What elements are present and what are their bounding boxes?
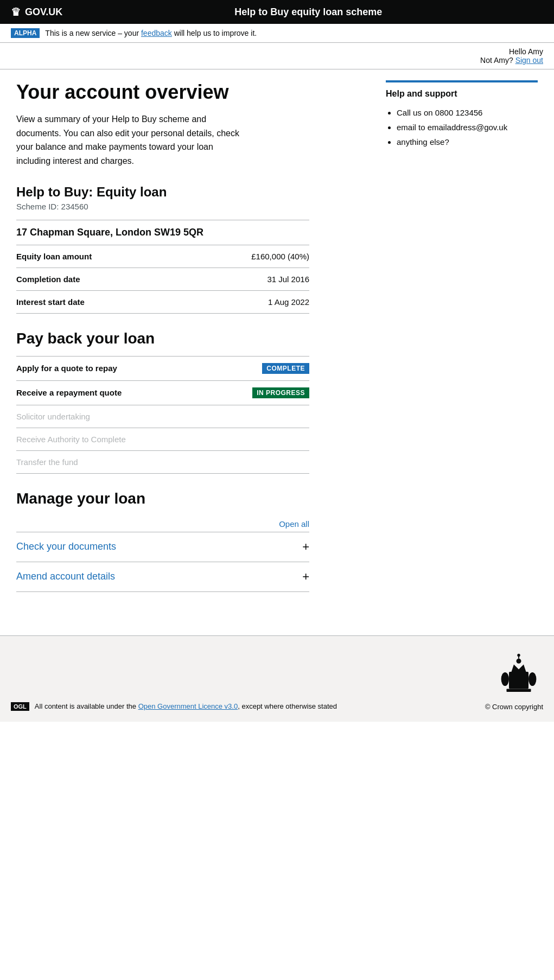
interest-start-label: Interest start date xyxy=(16,297,85,307)
help-support-list: Call us on 0800 123456 email to emailadd… xyxy=(386,105,538,149)
detail-row: Completion date 31 Jul 2016 xyxy=(16,268,309,291)
pay-back-title: Pay back your loan xyxy=(16,330,364,347)
footer-crown: © Crown copyright xyxy=(485,652,543,711)
badge-complete-0: COMPLETE xyxy=(262,363,309,374)
svg-point-3 xyxy=(528,672,536,685)
site-footer: OGL All content is available under the O… xyxy=(0,635,554,722)
equity-loan-value: £160,000 (40%) xyxy=(251,252,309,261)
open-all-link[interactable]: Open all xyxy=(279,519,309,529)
detail-row: Interest start date 1 Aug 2022 xyxy=(16,291,309,314)
badge-inprogress-1: IN PROGRESS xyxy=(252,387,309,398)
task-row: Transfer the fund xyxy=(16,451,309,474)
not-user-text: Not Amy? xyxy=(480,56,513,65)
svg-point-2 xyxy=(501,672,509,685)
manage-loan-section: Manage your loan Open all Check your doc… xyxy=(16,490,364,592)
footer-inner: OGL All content is available under the O… xyxy=(11,652,543,711)
crown-crest-icon xyxy=(494,652,543,701)
scheme-title: Help to Buy: Equity loan xyxy=(16,184,364,200)
accordion-check-documents[interactable]: Check your documents + xyxy=(16,532,309,562)
site-header: ♛ GOV.UK Help to Buy equity loan scheme … xyxy=(0,0,554,69)
svg-point-7 xyxy=(517,653,520,656)
feedback-link[interactable]: feedback xyxy=(141,29,172,37)
task-row: Apply for a quote to repay COMPLETE xyxy=(16,356,309,381)
task-label-0: Apply for a quote to repay xyxy=(16,364,117,373)
ogl-badge: OGL xyxy=(11,702,29,711)
svg-point-5 xyxy=(517,658,521,663)
main-container: Your account overview View a summary of … xyxy=(0,69,554,603)
user-greeting: Hello Amy xyxy=(11,47,543,56)
accordion-expand-icon-1: + xyxy=(302,570,309,584)
accordion-header-0[interactable]: Check your documents + xyxy=(16,532,309,562)
pay-back-section: Pay back your loan Apply for a quote to … xyxy=(16,330,364,474)
open-all-row: Open all xyxy=(16,516,309,532)
accordion-label-1: Amend account details xyxy=(16,571,115,582)
help-item-1: email to emailaddress@gov.uk xyxy=(397,120,538,135)
detail-row: Equity loan amount £160,000 (40%) xyxy=(16,245,309,268)
page-title: Your account overview xyxy=(16,80,364,104)
scheme-id: Scheme ID: 234560 xyxy=(16,202,364,211)
gov-logo: ♛ GOV.UK xyxy=(11,5,62,18)
scheme-section: Help to Buy: Equity loan Scheme ID: 2345… xyxy=(16,184,364,314)
accordion-header-1[interactable]: Amend account details + xyxy=(16,562,309,591)
alpha-text: This is a new service – your feedback wi… xyxy=(45,29,257,37)
accordion-expand-icon-0: + xyxy=(302,540,309,554)
help-sidebar: Help and support Call us on 0800 123456 … xyxy=(386,80,538,592)
accordion-amend-account[interactable]: Amend account details + xyxy=(16,562,309,592)
main-content: Your account overview View a summary of … xyxy=(16,80,364,592)
interest-start-value: 1 Aug 2022 xyxy=(268,297,309,307)
task-row: Solicitor undertaking xyxy=(16,405,309,428)
gov-logo-text: GOV.UK xyxy=(25,7,62,18)
task-label-2: Solicitor undertaking xyxy=(16,412,90,421)
alpha-banner: ALPHA This is a new service – your feedb… xyxy=(0,24,554,43)
service-title: Help to Buy equity loan scheme xyxy=(73,7,543,18)
crown-copyright-text: © Crown copyright xyxy=(485,703,543,711)
property-table: 17 Chapman Square, London SW19 5QR Equit… xyxy=(16,220,309,314)
manage-loan-title: Manage your loan xyxy=(16,490,364,507)
task-row: Receive a repayment quote IN PROGRESS xyxy=(16,381,309,405)
task-label-4: Transfer the fund xyxy=(16,457,78,467)
task-label-1: Receive a repayment quote xyxy=(16,388,122,397)
svg-marker-1 xyxy=(512,664,526,672)
license-text: All content is available under the Open … xyxy=(35,702,337,710)
alpha-badge: ALPHA xyxy=(11,28,40,38)
svg-rect-0 xyxy=(509,672,528,689)
page-description: View a summary of your Help to Buy schem… xyxy=(16,112,250,168)
help-support-panel: Help and support Call us on 0800 123456 … xyxy=(386,80,538,149)
completion-date-value: 31 Jul 2016 xyxy=(267,275,309,284)
ogl-link[interactable]: Open Government Licence v3.0 xyxy=(138,702,238,710)
user-bar: Hello Amy Not Amy? Sign out xyxy=(0,43,554,69)
property-address: 17 Chapman Square, London SW19 5QR xyxy=(16,220,309,245)
accordion-label-0: Check your documents xyxy=(16,541,116,552)
footer-license: OGL All content is available under the O… xyxy=(11,702,337,711)
task-row: Receive Authority to Complete xyxy=(16,428,309,451)
help-item-2: anything else? xyxy=(397,135,538,149)
task-table: Apply for a quote to repay COMPLETE Rece… xyxy=(16,356,309,474)
svg-rect-4 xyxy=(507,689,531,691)
completion-date-label: Completion date xyxy=(16,275,80,284)
help-support-title: Help and support xyxy=(386,89,538,99)
crown-icon: ♛ xyxy=(11,5,21,18)
equity-loan-label: Equity loan amount xyxy=(16,252,92,261)
help-item-0: Call us on 0800 123456 xyxy=(397,105,538,120)
sign-out-link[interactable]: Sign out xyxy=(515,56,543,65)
task-label-3: Receive Authority to Complete xyxy=(16,435,126,444)
